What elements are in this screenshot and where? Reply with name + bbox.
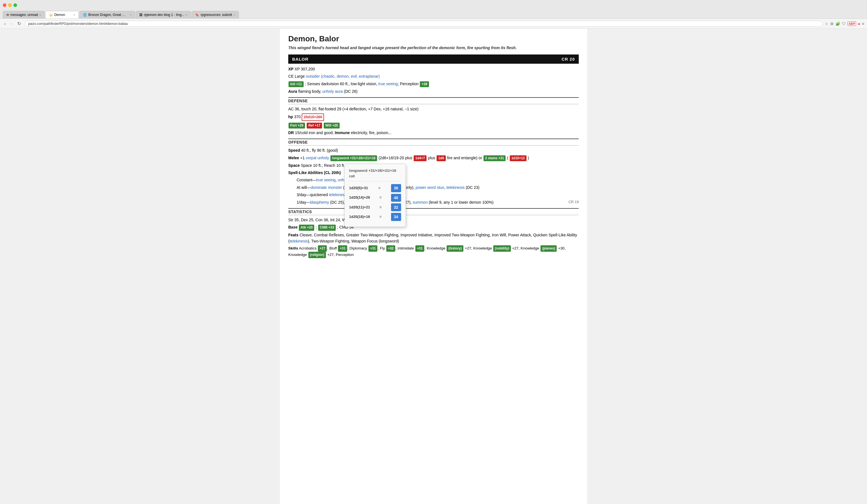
perception-label: Perception — [400, 82, 420, 86]
circle-icon[interactable]: ● — [858, 22, 860, 26]
speed-label: Speed — [288, 148, 300, 152]
base-atk-badge: Atk +20 — [299, 225, 314, 230]
roll-formula: 1d20(5)+31 — [349, 185, 368, 191]
roll-formula: 1d20(18)+16 — [349, 214, 370, 220]
tab-messages-close[interactable]: × — [39, 13, 41, 17]
shield-icon[interactable]: 🛡 — [842, 22, 846, 26]
xp-label: XP — [288, 67, 293, 71]
roll-row: 1d20(14)+26 = 40 — [349, 194, 401, 202]
tab-messages[interactable]: ✉ messages: unread × — [3, 11, 45, 19]
dr-line: DR 15/cold iron and good; Immune electri… — [288, 130, 579, 136]
unholy-aura-link[interactable]: unholy aura — [322, 89, 343, 94]
ref-badge: Ref +17 — [307, 123, 322, 129]
back-button[interactable]: ‹ — [3, 21, 7, 27]
true-seeing-link[interactable]: true seeing — [378, 82, 398, 86]
skills-label: Skills — [288, 246, 298, 250]
dominate-link[interactable]: dominate monster — [311, 185, 342, 190]
constant-line: Constant—true seeing, unholy aura (DC 26… — [297, 177, 579, 183]
hp-label: hp — [288, 115, 293, 119]
space-line: Space Space 10 ft.; Reach 10 ft. (20 ft.… — [288, 162, 579, 169]
1-per-day-line: 1/day—blasphemy (DC 25), fire storm (DC … — [297, 199, 579, 205]
roll-row: 1d20(11)+21 = 32 — [349, 203, 401, 211]
cr19-badge: CR 19 — [568, 199, 579, 205]
extensions-icon[interactable]: ⚙ — [830, 22, 834, 26]
xp-line: XP XP 307,200 — [288, 66, 579, 72]
roll-equals: = — [379, 214, 382, 220]
roll-popup: longsword +31/+26/+21/+16 roll 1d20(5)+3… — [344, 164, 406, 227]
tab-rpgresources-label: rpgresources: submit — [201, 13, 232, 17]
roll-result: 36 — [391, 184, 401, 192]
at-will-line: At will—dominate monster (DC 27), greate… — [297, 184, 579, 191]
xp-value: XP 307,200 — [295, 67, 315, 71]
nav-bar: ‹ › ↻ ☆ ⚙ 🧩 🛡 ABP ● ≡ — [0, 19, 867, 29]
melee-prefix: +1 vorpal unholy — [300, 156, 330, 160]
ac-line: AC 36, touch 20, flat-footed 29 (+4 defl… — [288, 106, 579, 112]
challenge-rating: CR 20 — [561, 57, 575, 62]
roll-row: 1d20(5)+31 = 36 — [349, 184, 401, 192]
blasphemy-link[interactable]: blasphemy — [310, 200, 329, 204]
feats-label: Feats — [288, 233, 299, 237]
melee-line: Melee +1 vorpal unholy longsword +31/+26… — [288, 155, 579, 161]
power-word-link[interactable]: power word stun — [416, 185, 445, 190]
hp-value: 370 — [294, 115, 302, 119]
longsword-badge[interactable]: longsword +31/+26/+21/+16 longsword +31/… — [330, 156, 377, 161]
monster-stat-name: BALOR — [292, 57, 308, 62]
tab-bar: ✉ messages: unread × 🔱 Demon × 🌐 Bronze … — [3, 11, 864, 19]
reader-icon[interactable]: ☆ — [825, 22, 828, 26]
melee-plus: plus — [428, 156, 436, 160]
fire-badge: 1d6 — [437, 156, 446, 161]
browser-toolbar: ☆ ⚙ 🧩 🛡 ABP ● ≡ — [825, 22, 864, 26]
tab-demon-close[interactable]: × — [74, 13, 75, 17]
demon-icon: 🔱 — [49, 13, 53, 17]
knowledge-nobility-sub: (nobility) — [493, 245, 511, 251]
tab-demon-label: Demon — [54, 13, 72, 17]
summon-link[interactable]: summon — [413, 200, 428, 204]
senses-text: ; Senses darkvision 60 ft., low-light vi… — [305, 82, 400, 86]
window-maximize-button[interactable] — [13, 3, 17, 7]
tab-rpgresources[interactable]: 🔖 rpgresources: submit × — [192, 11, 238, 19]
cmb-badge: CMB +33 — [318, 225, 336, 230]
tab-rpjeeves[interactable]: 🖼 rpjeeves dev blog 1 - Img... × — [136, 11, 191, 19]
tab-rpgresources-close[interactable]: × — [233, 13, 235, 17]
slam-close: ) — [528, 156, 529, 160]
tab-rpjeeves-label: rpjeeves dev blog 1 - Img... — [144, 13, 184, 17]
slam-dmg-open: ( — [507, 156, 509, 160]
tab-bronze-dragon[interactable]: 🌐 Bronze Dragon, Great Wyrm... × — [79, 11, 135, 19]
fly-badge: +32 — [386, 245, 395, 251]
roll-formula: 1d20(14)+26 — [349, 195, 370, 201]
puzzle-icon[interactable]: 🧩 — [835, 22, 840, 26]
tab-demon[interactable]: 🔱 Demon × — [45, 11, 79, 19]
roll-row: 1d20(18)+16 = 34 — [349, 213, 401, 221]
speed-line: Speed 40 ft., fly 90 ft. (good) — [288, 147, 579, 153]
telekinesis-feat-link[interactable]: telekinesis — [290, 239, 308, 243]
defense-header: DEFENSE — [288, 97, 579, 104]
type-link[interactable]: outsider (chaotic, demon, evil, extrapla… — [306, 74, 380, 78]
aura-label: Aura — [288, 89, 297, 94]
messages-icon: ✉ — [7, 13, 9, 17]
window-close-button[interactable] — [3, 3, 7, 7]
roll-rows: 1d20(5)+31 = 36 1d20(14)+26 = 40 1d20(11… — [349, 184, 401, 221]
roll-equals: = — [379, 195, 382, 201]
skills-line: Skills Acrobatics +27, Bluff +31, Diplom… — [288, 245, 579, 258]
forward-button[interactable]: › — [9, 21, 13, 27]
tab-rpjeeves-close[interactable]: × — [186, 13, 188, 17]
true-seeing2-link[interactable]: true seeing — [316, 178, 335, 182]
bronze-dragon-icon: 🌐 — [83, 13, 87, 17]
reload-button[interactable]: ↻ — [16, 20, 22, 27]
roll-equals: = — [378, 185, 381, 191]
telekinesis-link[interactable]: telekinesis — [446, 185, 464, 190]
melee-dmg: (2d6+16/19-20 plus — [378, 156, 414, 160]
speed-value: 40 ft., fly 90 ft. (good) — [301, 148, 338, 152]
roll-equals: = — [379, 204, 382, 210]
window-minimize-button[interactable] — [8, 3, 12, 7]
statistics-header: STATISTICS — [288, 208, 579, 215]
sep-semi: ; — [315, 225, 318, 229]
acrobatics-badge: +27 — [318, 245, 327, 251]
tab-bronze-dragon-close[interactable]: × — [130, 13, 131, 17]
rpjeeves-icon: 🖼 — [139, 13, 142, 17]
base-atk-line: Base Atk +20 ; CMB +33 ; CMD 54 — [288, 224, 579, 230]
vorpal-link[interactable]: vorpal unholy — [306, 156, 329, 160]
address-bar[interactable] — [24, 21, 823, 27]
menu-icon[interactable]: ≡ — [862, 22, 864, 26]
adblock-icon[interactable]: ABP — [847, 22, 856, 26]
